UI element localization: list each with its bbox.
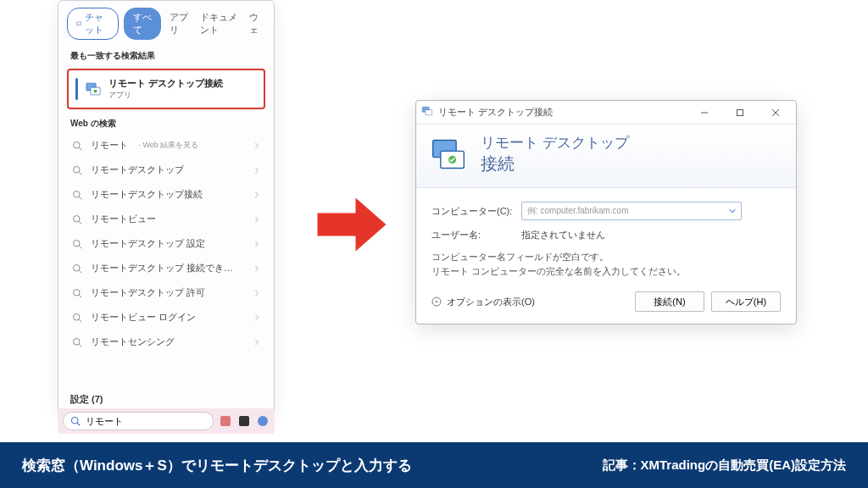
computer-label: コンピューター(C): [431, 205, 513, 218]
rdc-heading-2: 接続 [481, 152, 629, 175]
chevron-right-icon [253, 191, 260, 198]
web-result-item[interactable]: リモートデスクトップ [58, 158, 274, 182]
svg-line-18 [79, 319, 81, 322]
svg-line-20 [79, 344, 81, 347]
chevron-right-icon [253, 167, 260, 174]
caption-right: 記事：XMTradingの自動売買(EA)設定方法 [603, 458, 847, 474]
svg-point-13 [74, 264, 81, 271]
web-result-item[interactable]: リモート- Web 結果を見る [58, 133, 274, 158]
taskbar-icon-2[interactable] [237, 414, 251, 428]
tab-web[interactable]: ウェ [246, 8, 265, 39]
rdc-window: リモート デスクトップ接続 リモート デスクトップ 接続 コンピューター(C):… [415, 100, 797, 324]
chevron-right-icon [253, 290, 260, 297]
web-result-item[interactable]: リモートデスクトップ 接続できない [58, 256, 274, 280]
web-result-item[interactable]: リモートビュー ログイン [58, 305, 274, 330]
tab-all[interactable]: すべて [124, 8, 161, 40]
options-toggle[interactable]: オプションの表示(O) [431, 296, 535, 308]
web-result-item[interactable]: リモートデスクトップ 許可 [58, 280, 274, 305]
svg-line-6 [79, 172, 81, 175]
tab-documents[interactable]: ドキュメント [197, 8, 241, 39]
expand-icon [431, 297, 442, 307]
svg-point-25 [258, 416, 268, 426]
rdc-message-line2: リモート コンピューターの完全な名前を入力してください。 [431, 264, 781, 279]
rdc-titlebar-icon [421, 105, 433, 120]
username-label: ユーザー名: [431, 229, 513, 241]
search-icon [72, 214, 82, 225]
svg-rect-23 [220, 416, 231, 426]
svg-line-8 [79, 197, 81, 199]
tab-chat[interactable]: チャット [67, 8, 119, 40]
web-results-list: リモート- Web 結果を見るリモートデスクトップリモートデスクトップ接続リモー… [58, 133, 274, 385]
help-button[interactable]: ヘルプ(H) [711, 291, 781, 312]
taskbar-icon-1[interactable] [219, 414, 232, 428]
web-result-label: リモートビュー ログイン [91, 311, 196, 324]
chevron-right-icon [253, 339, 260, 346]
search-icon [72, 313, 82, 323]
web-result-label: リモートデスクトップ接続 [91, 188, 203, 201]
close-button[interactable] [760, 104, 791, 121]
web-result-label: リモートセンシング [91, 336, 175, 348]
search-icon [72, 337, 82, 347]
svg-point-9 [74, 215, 81, 222]
svg-line-4 [79, 147, 81, 150]
svg-rect-29 [737, 109, 743, 115]
maximize-button[interactable] [725, 104, 755, 121]
computer-placeholder: 例: computer.fabrikam.com [527, 205, 628, 217]
best-match-heading: 最も一致する検索結果 [58, 45, 274, 65]
chevron-right-icon [253, 265, 260, 272]
svg-point-21 [72, 418, 79, 424]
taskbar [58, 408, 275, 434]
chevron-right-icon [253, 241, 260, 247]
svg-point-17 [74, 313, 81, 320]
svg-line-22 [77, 423, 80, 425]
tab-chat-label: チャット [85, 11, 108, 36]
web-result-label: リモートビュー [91, 213, 156, 225]
svg-point-11 [74, 240, 81, 247]
options-label: オプションの表示(O) [447, 296, 535, 308]
web-result-item[interactable]: リモートデスクトップ 設定 [58, 231, 274, 256]
tab-apps[interactable]: アプリ [166, 8, 192, 39]
windows-search-panel: チャット すべて アプリ ドキュメント ウェ 最も一致する検索結果 リモート デ… [58, 0, 275, 415]
svg-point-5 [74, 166, 81, 173]
caption-left: 検索窓（Windows＋S）でリモートデスクトップと入力する [22, 456, 412, 475]
best-match-title: リモート デスクトップ接続 [108, 77, 223, 90]
svg-point-15 [74, 289, 81, 296]
search-icon [72, 263, 82, 274]
taskbar-icon-3[interactable] [256, 414, 270, 428]
web-search-heading: Web の検索 [58, 113, 274, 133]
web-result-sub: - Web 結果を見る [138, 140, 198, 151]
svg-point-3 [74, 141, 81, 148]
svg-point-35 [432, 297, 441, 306]
rdc-banner: リモート デスクトップ 接続 [416, 125, 796, 188]
chevron-right-icon [253, 314, 260, 321]
web-result-label: リモート [91, 139, 128, 152]
rdc-heading-1: リモート デスクトップ [481, 133, 629, 152]
best-match-item[interactable]: リモート デスクトップ接続 アプリ [67, 69, 265, 109]
username-value: 指定されていません [521, 229, 605, 241]
minimize-button[interactable] [689, 104, 720, 121]
computer-combobox[interactable]: 例: computer.fabrikam.com [521, 202, 742, 220]
web-result-item[interactable]: リモートデスクトップ接続 [58, 182, 274, 207]
web-result-item[interactable]: リモートセンシング [58, 330, 274, 354]
web-result-label: リモートデスクトップ 接続できない [91, 262, 235, 274]
taskbar-search-box[interactable] [63, 412, 214, 430]
svg-line-14 [79, 270, 81, 273]
connect-button[interactable]: 接続(N) [635, 291, 704, 312]
selection-indicator [75, 78, 78, 100]
chevron-down-icon [729, 208, 736, 214]
search-icon [72, 141, 82, 151]
best-match-subtitle: アプリ [108, 90, 223, 101]
web-result-item[interactable]: リモートビュー [58, 207, 274, 231]
rdc-message: コンピューター名フィールドが空白です。 リモート コンピューターの完全な名前を入… [431, 250, 781, 278]
svg-rect-27 [426, 109, 432, 114]
search-input[interactable] [86, 416, 206, 426]
caption-bar: 検索窓（Windows＋S）でリモートデスクトップと入力する 記事：XMTrad… [0, 442, 868, 488]
web-result-label: リモートデスクトップ 許可 [91, 286, 205, 299]
search-icon [72, 239, 82, 249]
svg-point-2 [94, 90, 97, 93]
search-tabs: チャット すべて アプリ ドキュメント ウェ [58, 1, 274, 45]
search-icon [70, 416, 81, 426]
svg-rect-24 [239, 416, 249, 426]
rdc-app-icon [85, 80, 102, 97]
svg-line-10 [79, 221, 81, 224]
